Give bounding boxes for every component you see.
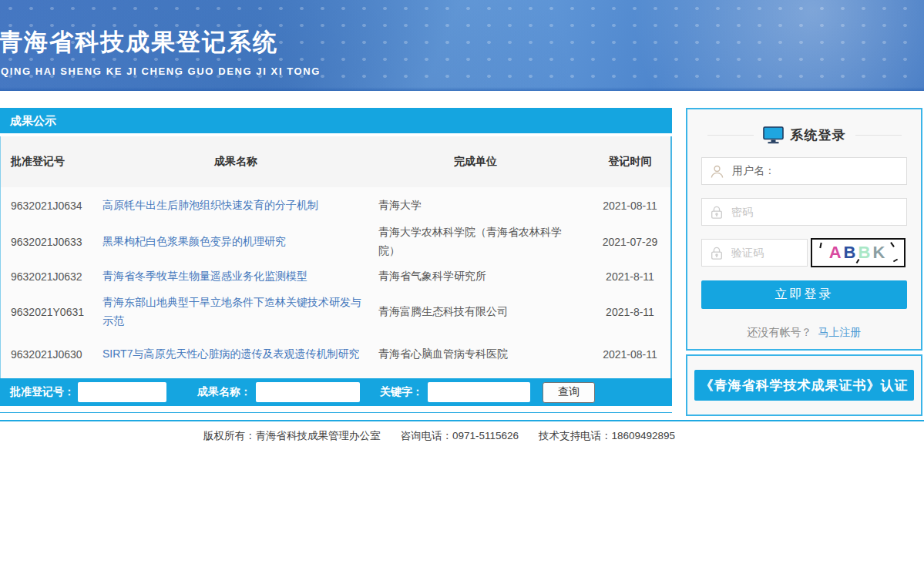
results-rows: 9632021J0634高原牦牛出生后肺泡组织快速发育的分子机制青海大学2021… (1, 187, 670, 378)
login-title-row: 系统登录 (687, 126, 921, 144)
page-divider (0, 420, 924, 421)
captcha-letter: B (844, 243, 858, 263)
captcha-noise (890, 242, 895, 247)
date-cell: 2021-07-29 (590, 236, 670, 248)
search-bar: 批准登记号： 成果名称： 关键字： 查询 (0, 378, 672, 406)
search-name-label: 成果名称： (197, 385, 251, 399)
login-panel: 系统登录 (686, 108, 922, 351)
result-name-cell: 青海省冬季牧草生物量遥感业务化监测模型 (102, 267, 369, 286)
site-title: 青海省科技成果登记系统 (0, 26, 278, 59)
username-input[interactable] (731, 164, 880, 178)
panel-bottom-divider (0, 412, 672, 413)
title-divider-right (855, 135, 902, 136)
password-input[interactable] (730, 205, 879, 219)
login-button[interactable]: 立即登录 (701, 280, 907, 309)
page: 青海省科技成果登记系统 QING HAI SHENG KE JI CHENG G… (0, 0, 924, 584)
reg-no-cell: 9632021J0633 (1, 236, 102, 248)
captcha-letter: B (858, 243, 873, 263)
table-row: 9632021J0633黑果枸杞白色浆果颜色变异的机理研究青海大学农林科学院（青… (1, 224, 670, 260)
search-reg-input[interactable] (78, 382, 166, 402)
captcha-letter: K (872, 243, 887, 263)
login-panel-title: 系统登录 (791, 126, 846, 144)
reg-no-cell: 9632021J0632 (1, 270, 102, 283)
column-header-date: 登记时间 (590, 155, 670, 169)
date-cell: 2021-08-11 (590, 348, 670, 361)
column-header-name: 成果名称 (102, 153, 369, 171)
captcha-image[interactable]: ABBK (811, 238, 906, 267)
table-header-row: 批准登记号 成果名称 完成单位 登记时间 (1, 136, 670, 187)
lock-icon (710, 205, 724, 220)
search-reg-label: 批准登记号： (10, 385, 75, 399)
password-field[interactable] (701, 198, 907, 226)
query-button[interactable]: 查询 (543, 382, 595, 403)
date-cell: 2021-8-11 (590, 270, 670, 283)
table-row: 9632021J0634高原牦牛出生后肺泡组织快速发育的分子机制青海大学2021… (1, 187, 670, 224)
result-name-link[interactable]: 高原牦牛出生后肺泡组织快速发育的分子机制 (102, 199, 318, 211)
unit-cell: 青海省心脑血管病专科医院 (369, 345, 590, 364)
captcha-letter: A (829, 243, 844, 263)
table-row: 9632021J0630SIRT7与高原先天性心脏病的遗传及表观遗传机制研究青海… (1, 331, 670, 378)
captcha-input[interactable] (730, 246, 795, 260)
register-link[interactable]: 马上注册 (818, 326, 861, 338)
reg-no-cell: 9632021J0634 (1, 200, 102, 212)
captcha-row: ABBK (701, 238, 907, 267)
unit-cell: 青海富腾生态科技有限公司 (369, 303, 590, 321)
header-banner: 青海省科技成果登记系统 QING HAI SHENG KE JI CHENG G… (0, 0, 924, 91)
result-name-cell: 青海东部山地典型干旱立地条件下造林关键技术研发与示范 (102, 294, 369, 331)
register-hint: 还没有帐号？ (748, 326, 812, 338)
result-name-link[interactable]: 青海省冬季牧草生物量遥感业务化监测模型 (102, 270, 307, 282)
username-field[interactable] (701, 157, 907, 185)
footer-text: 技术支持电话：18609492895 (539, 430, 675, 441)
result-name-cell: 黑果枸杞白色浆果颜色变异的机理研究 (102, 233, 369, 251)
captcha-noise (893, 259, 898, 263)
title-divider-left (707, 135, 754, 136)
result-name-link[interactable]: SIRT7与高原先天性心脏病的遗传及表观遗传机制研究 (102, 347, 359, 360)
captcha-field[interactable] (701, 239, 808, 267)
date-cell: 2021-08-11 (590, 200, 670, 212)
certificate-panel: 《青海省科学技术成果证书》认证 (686, 354, 922, 416)
table-row: 9632021J0632青海省冬季牧草生物量遥感业务化监测模型青海省气象科学研究… (1, 260, 670, 294)
captcha-noise (819, 243, 822, 248)
column-header-reg-no: 批准登记号 (1, 155, 102, 169)
unit-cell: 青海大学 (369, 196, 590, 215)
result-name-link[interactable]: 青海东部山地典型干旱立地条件下造林关键技术研发与示范 (102, 296, 361, 327)
results-table: 批准登记号 成果名称 完成单位 登记时间 9632021J0634高原牦牛出生后… (0, 136, 672, 378)
footer: 版权所有：青海省科技成果管理办公室咨询电话：0971-5115626技术支持电话… (0, 429, 879, 443)
monitor-icon (763, 126, 784, 144)
results-panel: 成果公示 批准登记号 成果名称 完成单位 登记时间 9632021J0634高原… (0, 108, 672, 413)
certificate-auth-button[interactable]: 《青海省科学技术成果证书》认证 (694, 370, 914, 401)
unit-cell: 青海省气象科学研究所 (369, 267, 590, 286)
register-row: 还没有帐号？ 马上注册 (687, 326, 921, 340)
site-title-pinyin: QING HAI SHENG KE JI CHENG GUO DENG JI X… (1, 65, 321, 77)
lock-icon (710, 246, 724, 260)
result-name-cell: SIRT7与高原先天性心脏病的遗传及表观遗传机制研究 (102, 345, 369, 364)
search-name-input[interactable] (256, 382, 360, 402)
table-row: 9632021Y0631青海东部山地典型干旱立地条件下造林关键技术研发与示范青海… (1, 294, 670, 331)
reg-no-cell: 9632021J0630 (1, 348, 102, 361)
column-header-unit: 完成单位 (369, 153, 590, 171)
result-name-cell: 高原牦牛出生后肺泡组织快速发育的分子机制 (102, 196, 369, 215)
user-icon (710, 164, 724, 179)
footer-text: 版权所有：青海省科技成果管理办公室 (203, 430, 381, 441)
search-keyword-input[interactable] (428, 382, 530, 402)
unit-cell: 青海大学农林科学院（青海省农林科学院） (369, 223, 590, 260)
date-cell: 2021-8-11 (590, 306, 670, 318)
reg-no-cell: 9632021Y0631 (1, 306, 102, 318)
search-keyword-label: 关键字： (380, 385, 423, 399)
result-name-link[interactable]: 黑果枸杞白色浆果颜色变异的机理研究 (102, 235, 286, 247)
results-panel-title: 成果公示 (0, 108, 672, 133)
footer-text: 咨询电话：0971-5115626 (400, 430, 519, 441)
